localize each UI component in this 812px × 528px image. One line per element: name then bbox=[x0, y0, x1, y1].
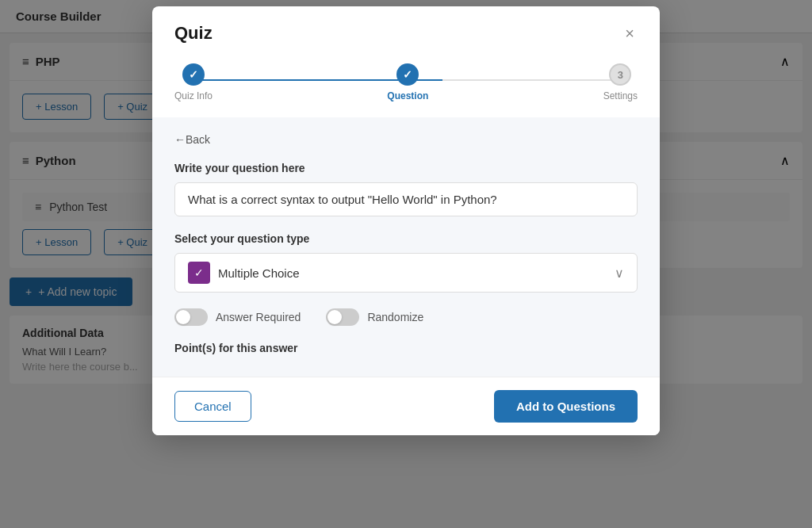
question-type-label: Select your question type bbox=[174, 232, 638, 245]
modal-overlay: Quiz × ✓ Quiz Info ✓ Question bbox=[0, 0, 812, 528]
stepper: ✓ Quiz Info ✓ Question 3 Settings bbox=[152, 57, 660, 117]
step-2: ✓ Question bbox=[387, 63, 428, 101]
step-1-circle: ✓ bbox=[182, 63, 205, 86]
add-to-questions-button[interactable]: Add to Questions bbox=[494, 390, 638, 423]
modal-body: ←Back Write your question here Select yo… bbox=[152, 117, 660, 377]
modal-footer: Cancel Add to Questions bbox=[152, 377, 660, 435]
toggles-row: Answer Required Randomize bbox=[174, 308, 638, 326]
modal-title: Quiz bbox=[174, 23, 213, 44]
points-label: Point(s) for this answer bbox=[174, 342, 638, 354]
randomize-label: Randomize bbox=[367, 311, 423, 323]
step-3: 3 Settings bbox=[603, 63, 638, 101]
randomize-toggle[interactable] bbox=[326, 308, 359, 326]
step-1: ✓ Quiz Info bbox=[174, 63, 213, 101]
randomize-group: Randomize bbox=[326, 308, 423, 326]
answer-required-label: Answer Required bbox=[216, 311, 301, 323]
back-link[interactable]: ←Back bbox=[174, 133, 638, 146]
step-3-label: Settings bbox=[603, 90, 638, 101]
step-2-circle: ✓ bbox=[396, 63, 419, 86]
chevron-down-icon: ∨ bbox=[615, 266, 624, 281]
question-input[interactable] bbox=[174, 182, 638, 216]
step-1-label: Quiz Info bbox=[174, 90, 213, 101]
selected-type-text: Multiple Choice bbox=[218, 266, 300, 280]
answer-required-toggle[interactable] bbox=[174, 308, 208, 326]
quiz-modal: Quiz × ✓ Quiz Info ✓ Question bbox=[152, 6, 660, 435]
modal-header: Quiz × bbox=[152, 6, 660, 57]
answer-required-group: Answer Required bbox=[174, 308, 301, 326]
question-field-label: Write your question here bbox=[174, 162, 638, 174]
question-type-wrapper: ✓ Multiple Choice ∨ bbox=[174, 253, 638, 293]
step-2-label: Question bbox=[387, 90, 428, 101]
multiple-choice-icon: ✓ bbox=[188, 262, 210, 284]
step-3-circle: 3 bbox=[609, 63, 631, 86]
close-button[interactable]: × bbox=[622, 22, 638, 44]
question-type-select[interactable]: ✓ Multiple Choice ∨ bbox=[174, 253, 638, 293]
cancel-button[interactable]: Cancel bbox=[174, 391, 251, 422]
